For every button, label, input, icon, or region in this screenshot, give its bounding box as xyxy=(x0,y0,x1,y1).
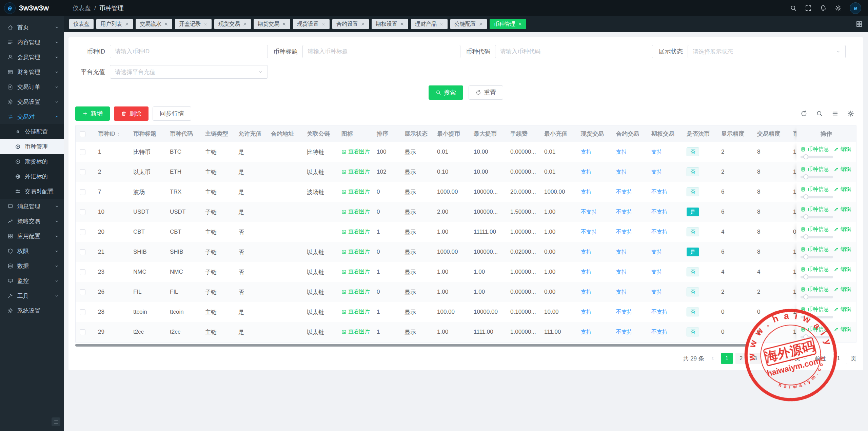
table-search-button[interactable] xyxy=(814,108,825,119)
support-text[interactable]: 支持 xyxy=(581,289,592,295)
support-text[interactable]: 不支持 xyxy=(616,329,632,335)
select-all-checkbox[interactable] xyxy=(80,131,85,137)
slider-handle[interactable] xyxy=(803,154,808,159)
close-icon[interactable] xyxy=(479,22,483,26)
support-text[interactable]: 不支持 xyxy=(616,229,632,235)
row-checkbox[interactable] xyxy=(80,189,85,195)
sync-quotes-button[interactable]: 同步行情 xyxy=(153,106,191,121)
edit-link[interactable]: 编辑 xyxy=(834,306,851,313)
weight-slider[interactable] xyxy=(801,176,833,178)
slider-handle[interactable] xyxy=(803,294,808,299)
close-icon[interactable] xyxy=(164,22,168,26)
weight-slider[interactable] xyxy=(801,336,833,338)
weight-slider[interactable] xyxy=(801,156,833,158)
support-text[interactable]: 不支持 xyxy=(581,209,597,215)
support-text[interactable]: 支持 xyxy=(616,149,627,155)
grid-icon[interactable] xyxy=(856,21,863,27)
tab-contract-settings[interactable]: 合约设置 xyxy=(332,19,369,29)
support-text[interactable]: 支持 xyxy=(651,289,662,295)
sidebar-item-orders[interactable]: 交易订单 xyxy=(0,79,64,94)
close-icon[interactable] xyxy=(203,22,208,26)
sidebar-item-finance[interactable]: 财务管理 xyxy=(0,64,64,79)
goto-page-input[interactable] xyxy=(830,353,847,364)
sidebar-subitem-futures-targets[interactable]: 期货标的 xyxy=(0,154,64,169)
weight-slider[interactable] xyxy=(801,216,833,218)
row-checkbox[interactable] xyxy=(80,309,85,315)
page-size-select[interactable]: 10条/页 xyxy=(778,353,811,364)
close-icon[interactable] xyxy=(439,22,443,26)
support-text[interactable]: 支持 xyxy=(581,189,592,195)
row-checkbox[interactable] xyxy=(80,229,85,235)
sidebar-item-app-config[interactable]: 应用配置 xyxy=(0,229,64,243)
refresh-button[interactable] xyxy=(798,108,810,119)
fullscreen-icon[interactable] xyxy=(805,5,812,12)
support-text[interactable]: 支持 xyxy=(581,149,592,155)
platform-recharge-select[interactable]: 请选择平台充值 xyxy=(110,65,268,79)
coin-title-input[interactable] xyxy=(302,45,460,58)
coin-info-link[interactable]: 币种信息 xyxy=(801,326,829,333)
coin-info-link[interactable]: 币种信息 xyxy=(801,246,829,253)
support-text[interactable]: 不支持 xyxy=(651,329,668,335)
row-checkbox[interactable] xyxy=(80,289,85,295)
sidebar-item-content[interactable]: 内容管理 xyxy=(0,35,64,50)
support-text[interactable]: 支持 xyxy=(651,269,662,275)
show-status-select[interactable]: 请选择展示状态 xyxy=(688,45,846,58)
support-text[interactable]: 支持 xyxy=(581,329,592,335)
add-button[interactable]: 新增 xyxy=(75,106,110,121)
tab-option-settings[interactable]: 期权设置 xyxy=(372,19,408,29)
sidebar-item-strategy[interactable]: 策略交易 xyxy=(0,214,64,229)
weight-slider[interactable] xyxy=(801,236,833,238)
column-menu-button[interactable] xyxy=(829,108,841,119)
sidebar-item-data[interactable]: 数据 xyxy=(0,258,64,273)
coin-info-link[interactable]: 币种信息 xyxy=(801,286,829,293)
delete-button[interactable]: 删除 xyxy=(114,106,149,121)
close-icon[interactable] xyxy=(400,22,404,26)
close-icon[interactable] xyxy=(125,22,129,26)
view-image-link[interactable]: 查看图片 xyxy=(341,228,370,235)
coin-info-link[interactable]: 币种信息 xyxy=(801,306,829,313)
support-text[interactable]: 支持 xyxy=(616,289,627,295)
view-image-link[interactable]: 查看图片 xyxy=(341,168,370,175)
view-image-link[interactable]: 查看图片 xyxy=(341,208,370,215)
page-2[interactable]: 2 xyxy=(735,353,747,364)
edit-link[interactable]: 编辑 xyxy=(834,226,851,233)
sidebar-item-home[interactable]: 首页 xyxy=(0,20,64,35)
sidebar-item-system-settings[interactable]: 系统设置 xyxy=(0,303,64,318)
next-page-button[interactable] xyxy=(765,353,775,364)
edit-link[interactable]: 编辑 xyxy=(834,206,851,213)
col-select[interactable] xyxy=(76,126,94,142)
slider-handle[interactable] xyxy=(803,174,808,179)
reset-button[interactable]: 重置 xyxy=(469,85,503,100)
view-image-link[interactable]: 查看图片 xyxy=(341,328,370,335)
scrollbar-thumb[interactable] xyxy=(75,344,747,347)
support-text[interactable]: 支持 xyxy=(616,269,627,275)
view-image-link[interactable]: 查看图片 xyxy=(341,188,370,195)
weight-slider[interactable] xyxy=(801,256,833,258)
support-text[interactable]: 不支持 xyxy=(616,309,632,315)
edit-link[interactable]: 编辑 xyxy=(834,186,851,193)
support-text[interactable]: 支持 xyxy=(581,169,592,175)
view-image-link[interactable]: 查看图片 xyxy=(341,248,370,255)
edit-link[interactable]: 编辑 xyxy=(834,286,851,293)
row-checkbox[interactable] xyxy=(80,209,85,215)
support-text[interactable]: 支持 xyxy=(581,269,592,275)
support-text[interactable]: 支持 xyxy=(581,309,592,315)
support-text[interactable]: 不支持 xyxy=(651,189,668,195)
coin-info-link[interactable]: 币种信息 xyxy=(801,206,829,213)
gear-icon[interactable] xyxy=(835,5,842,12)
edit-link[interactable]: 编辑 xyxy=(834,266,851,273)
support-text[interactable]: 不支持 xyxy=(651,309,668,315)
tab-wealth-products[interactable]: 理财产品 xyxy=(411,19,448,29)
support-text[interactable]: 不支持 xyxy=(616,189,632,195)
close-icon[interactable] xyxy=(282,22,286,26)
coin-info-link[interactable]: 币种信息 xyxy=(801,166,829,173)
row-checkbox[interactable] xyxy=(80,329,85,335)
row-checkbox[interactable] xyxy=(80,269,85,275)
support-text[interactable]: 不支持 xyxy=(651,209,668,215)
support-text[interactable]: 支持 xyxy=(616,169,627,175)
close-icon[interactable] xyxy=(243,22,247,26)
sidebar-subitem-forex-targets[interactable]: 外汇标的 xyxy=(0,169,64,184)
tab-chain-config[interactable]: 公链配置 xyxy=(450,19,487,29)
avatar[interactable]: e xyxy=(850,2,861,14)
tab-spot-trade[interactable]: 现货交易 xyxy=(214,19,251,29)
